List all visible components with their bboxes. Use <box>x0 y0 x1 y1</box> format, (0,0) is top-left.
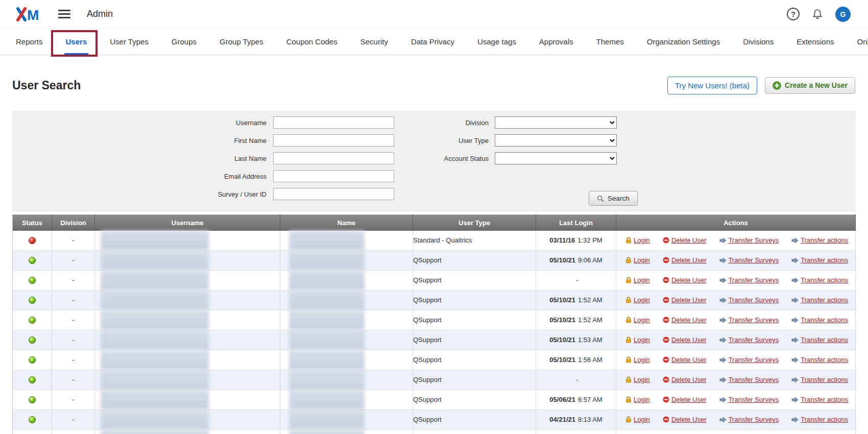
login-link[interactable]: Login <box>634 296 650 304</box>
arrow-right-icon <box>791 297 799 303</box>
nav-tab[interactable]: Coupon Codes <box>285 29 339 55</box>
column-header[interactable]: Actions <box>616 215 856 231</box>
transfer-surveys-link[interactable]: Transfer Surveys <box>729 396 779 403</box>
login-link[interactable]: Login <box>634 396 650 403</box>
transfer-actions-link[interactable]: Transfer actions <box>801 336 848 344</box>
form-row: Username <box>13 116 394 129</box>
user-row: - QSupport 05/10/211:52 AM <box>13 310 856 330</box>
nav-tab[interactable]: User Types <box>108 29 150 55</box>
nav-tab-label: Group Types <box>220 37 263 46</box>
search-button[interactable]: Search <box>589 191 638 206</box>
actions-cell: Login Delete User <box>616 370 856 390</box>
nav-tab-label: Organization Settings <box>647 37 720 46</box>
transfer-actions-link[interactable]: Transfer actions <box>801 416 848 423</box>
transfer-surveys-link[interactable]: Transfer Surveys <box>729 356 779 364</box>
delete-user-link[interactable]: Delete User <box>671 296 707 304</box>
user-row: - QSupport 05/10/219:06 AM <box>13 250 856 270</box>
lock-icon <box>625 297 632 303</box>
status-led-icon <box>29 396 36 403</box>
transfer-actions-link[interactable]: Transfer actions <box>801 256 848 264</box>
column-header[interactable]: User Type <box>413 215 536 231</box>
transfer-surveys-link[interactable]: Transfer Surveys <box>729 336 779 344</box>
nav-tab[interactable]: Security <box>359 29 390 55</box>
transfer-actions-link[interactable]: Transfer actions <box>801 376 848 383</box>
hamburger-menu-icon[interactable] <box>58 8 70 21</box>
nav-tab[interactable]: Extensions <box>795 29 835 55</box>
no-entry-icon <box>663 356 669 363</box>
delete-user-link[interactable]: Delete User <box>671 256 707 264</box>
account-status-select[interactable] <box>495 152 617 164</box>
login-link[interactable]: Login <box>634 356 650 364</box>
nav-tab[interactable]: Themes <box>595 29 625 55</box>
arrow-right-icon <box>719 277 727 283</box>
nav-tab[interactable]: Data Privacy <box>409 29 456 55</box>
user-type-cell: QSupport <box>413 310 536 330</box>
login-link[interactable]: Login <box>634 416 650 423</box>
redacted-name <box>289 291 365 310</box>
transfer-surveys-link[interactable]: Transfer Surveys <box>729 296 779 304</box>
column-header[interactable]: Division <box>52 215 95 231</box>
last-login-cell: 04/21/218:13 AM <box>536 409 616 429</box>
user-type-select[interactable] <box>495 134 617 147</box>
transfer-surveys-link[interactable]: Transfer Surveys <box>729 256 779 264</box>
transfer-actions-link[interactable]: Transfer actions <box>801 296 848 304</box>
delete-user-link[interactable]: Delete User <box>671 396 707 403</box>
nav-tab-label: Approvals <box>539 37 573 46</box>
arrow-right-icon <box>719 257 727 263</box>
delete-user-link[interactable]: Delete User <box>671 356 707 364</box>
nav-tab[interactable]: Users <box>64 29 89 55</box>
status-led-icon <box>29 376 36 383</box>
try-new-users-button[interactable]: Try New Users! (beta) <box>667 77 757 94</box>
transfer-surveys-link[interactable]: Transfer Surveys <box>729 276 779 284</box>
survey-user-id-input[interactable] <box>273 188 394 200</box>
column-header[interactable]: Name <box>280 215 413 231</box>
nav-tab[interactable]: Divisions <box>741 29 775 55</box>
transfer-actions-link[interactable]: Transfer actions <box>801 396 848 403</box>
transfer-actions-link[interactable]: Transfer actions <box>801 356 848 364</box>
email-address-input[interactable] <box>273 170 394 182</box>
actions-cell: Login Delete User <box>616 290 856 310</box>
login-link[interactable]: Login <box>634 256 650 264</box>
login-link[interactable]: Login <box>634 276 650 284</box>
nav-tab[interactable]: Groups <box>170 29 198 55</box>
column-header[interactable]: Status <box>13 215 52 231</box>
delete-user-link[interactable]: Delete User <box>671 316 707 324</box>
transfer-actions-link[interactable]: Transfer actions <box>801 316 848 324</box>
avatar[interactable]: G <box>835 7 851 22</box>
delete-user-link[interactable]: Delete User <box>671 276 707 284</box>
transfer-surveys-link[interactable]: Transfer Surveys <box>729 236 779 244</box>
login-link[interactable]: Login <box>634 376 650 383</box>
nav-tab[interactable]: Usage tags <box>476 29 518 55</box>
login-link[interactable]: Login <box>634 316 650 324</box>
transfer-actions-link[interactable]: Transfer actions <box>801 276 848 284</box>
login-link[interactable]: Login <box>634 336 650 344</box>
user-type-cell: QSupport <box>413 350 536 370</box>
delete-user-link[interactable]: Delete User <box>671 376 707 383</box>
transfer-surveys-link[interactable]: Transfer Surveys <box>729 416 779 423</box>
field-label: Division <box>370 119 495 127</box>
column-header[interactable]: Username <box>95 215 280 231</box>
field-label: User Type <box>370 137 495 144</box>
division-select[interactable] <box>495 116 617 129</box>
delete-user-link[interactable]: Delete User <box>671 236 707 244</box>
nav-tab[interactable]: Online <box>856 29 868 55</box>
notifications-bell-icon[interactable] <box>812 9 823 20</box>
delete-user-link[interactable]: Delete User <box>671 416 707 423</box>
status-led-icon <box>29 237 36 244</box>
actions-cell: Login Delete User <box>616 231 856 251</box>
nav-tab[interactable]: Group Types <box>218 29 265 55</box>
create-new-user-button[interactable]: Create a New User <box>765 77 855 94</box>
nav-tab[interactable]: Organization Settings <box>645 29 721 55</box>
column-header[interactable]: Last Login <box>536 215 616 231</box>
delete-user-link[interactable]: Delete User <box>671 336 707 344</box>
arrow-right-icon <box>791 417 799 423</box>
login-link[interactable]: Login <box>634 236 650 244</box>
help-icon[interactable]: ? <box>787 8 800 20</box>
transfer-surveys-link[interactable]: Transfer Surveys <box>729 376 779 383</box>
plus-circle-icon <box>773 81 781 90</box>
transfer-surveys-link[interactable]: Transfer Surveys <box>729 316 779 324</box>
nav-tab[interactable]: Approvals <box>538 29 575 55</box>
nav-tab[interactable]: Reports <box>14 29 44 55</box>
transfer-actions-link[interactable]: Transfer actions <box>801 236 848 244</box>
arrow-right-icon <box>719 377 727 383</box>
